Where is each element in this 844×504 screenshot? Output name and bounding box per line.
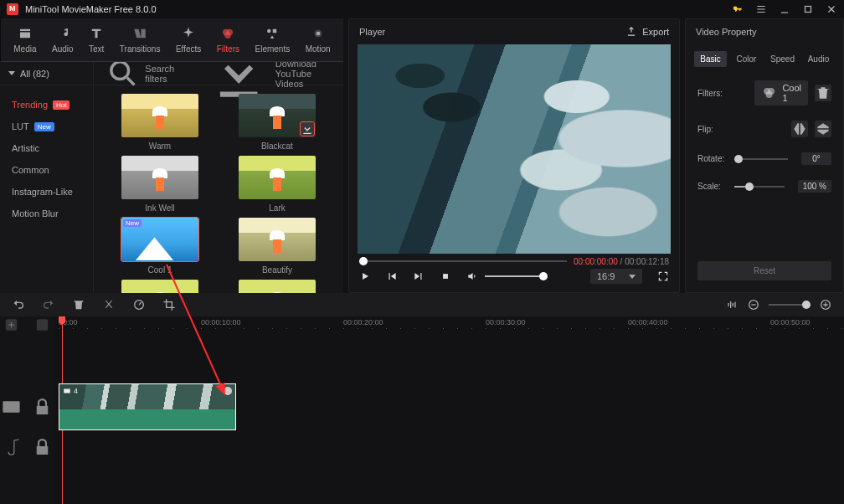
filter-thumb[interactable]: NewCool 1 — [106, 218, 214, 275]
filter-thumb[interactable]: Lark — [223, 156, 332, 213]
filter-name: Lark — [269, 203, 285, 213]
play-button[interactable] — [359, 270, 371, 282]
tab-speed[interactable]: Speed — [766, 51, 799, 67]
svg-point-4 — [267, 29, 271, 33]
export-button[interactable]: Export — [625, 26, 669, 38]
tab-color[interactable]: Color — [730, 51, 763, 67]
maximize-icon[interactable] — [802, 3, 814, 15]
menu-icon[interactable] — [755, 3, 767, 15]
sidebar-item-common[interactable]: Common — [0, 159, 93, 181]
next-frame-button[interactable] — [413, 270, 425, 282]
sidebar-item-instagram[interactable]: Instagram-Like — [0, 181, 93, 203]
redo-button[interactable] — [42, 298, 55, 311]
download-icon[interactable] — [301, 122, 314, 136]
scale-slider[interactable] — [734, 186, 785, 188]
app-title: MiniTool MovieMaker Free 8.0.0 — [25, 4, 157, 14]
svg-rect-9 — [443, 274, 448, 279]
flip-vertical-button[interactable] — [815, 121, 831, 137]
filter-thumb[interactable]: Ink Well — [106, 156, 214, 213]
svg-point-12 — [766, 91, 773, 98]
audio-track-header — [0, 430, 54, 464]
filter-name: Beautify — [262, 265, 292, 275]
property-title: Video Property — [696, 27, 757, 37]
filter-name: Blackcat — [261, 141, 293, 151]
sidebar-header[interactable]: All (82) — [0, 62, 93, 85]
tool-filters[interactable]: Filters — [217, 26, 239, 54]
reset-button[interactable]: Reset — [697, 261, 831, 280]
chevron-down-icon — [629, 275, 636, 279]
tool-transitions[interactable]: Transitions — [120, 26, 161, 54]
scale-label: Scale: — [697, 182, 734, 191]
filter-thumb[interactable] — [223, 280, 332, 293]
svg-point-7 — [316, 32, 320, 36]
flip-label: Flip: — [697, 125, 734, 134]
progress-track[interactable] — [359, 260, 567, 262]
zoom-in-button[interactable] — [819, 298, 832, 311]
rotate-value[interactable]: 0° — [801, 152, 831, 165]
lock-icon[interactable] — [31, 430, 54, 464]
undo-button[interactable] — [12, 298, 25, 311]
rotate-slider[interactable] — [734, 158, 788, 160]
delete-button[interactable] — [72, 298, 85, 311]
prev-frame-button[interactable] — [386, 270, 398, 282]
delete-filter-button[interactable] — [815, 85, 831, 101]
tab-basic[interactable]: Basic — [694, 51, 727, 67]
tool-text[interactable]: Text — [89, 26, 104, 54]
video-clip[interactable]: 4 — [59, 383, 236, 430]
sidebar-item-trending[interactable]: TrendingHot — [0, 94, 93, 116]
svg-rect-0 — [805, 7, 811, 13]
filter-thumb[interactable] — [106, 280, 214, 293]
filter-name: Warm — [149, 141, 171, 151]
hot-badge: Hot — [53, 100, 69, 110]
tool-effects[interactable]: Effects — [176, 26, 201, 54]
video-track-header — [0, 383, 54, 430]
filter-category-sidebar: All (82) TrendingHot LUTNew Artistic Com… — [0, 62, 94, 293]
sidebar-item-motionblur[interactable]: Motion Blur — [0, 203, 93, 224]
flip-horizontal-button[interactable] — [791, 121, 808, 137]
minimize-icon[interactable] — [779, 3, 790, 15]
tool-audio[interactable]: Audio — [52, 26, 74, 54]
clip-filter-indicator — [224, 387, 232, 395]
scale-value[interactable]: 100 % — [798, 180, 831, 193]
volume-icon[interactable] — [466, 270, 478, 282]
stop-button[interactable] — [440, 270, 451, 282]
crop-button[interactable] — [162, 298, 176, 311]
split-button[interactable] — [102, 298, 116, 311]
filter-thumb[interactable]: Blackcat — [223, 94, 332, 151]
titlebar: MiniTool MovieMaker Free 8.0.0 — [0, 0, 844, 18]
svg-rect-15 — [730, 301, 731, 308]
speed-button[interactable] — [132, 298, 146, 311]
tool-elements[interactable]: Elements — [255, 26, 290, 54]
video-property-panel: Video Property Basic Color Speed Audio F… — [685, 18, 844, 293]
svg-point-8 — [111, 62, 129, 79]
toggle-audio-icon[interactable] — [725, 298, 738, 311]
add-track-button[interactable] — [0, 316, 54, 333]
svg-rect-14 — [728, 303, 728, 306]
svg-rect-5 — [273, 29, 277, 33]
close-icon[interactable] — [826, 3, 837, 15]
tool-media[interactable]: Media — [13, 26, 36, 54]
player-panel: Player Export 00:00:00:00 / 00:00:12:18 … — [348, 18, 680, 293]
filter-thumb[interactable]: Warm — [106, 94, 214, 151]
zoom-out-button[interactable] — [747, 298, 760, 311]
player-title: Player — [359, 27, 385, 37]
sidebar-item-lut[interactable]: LUTNew — [0, 116, 93, 137]
fullscreen-button[interactable] — [657, 270, 669, 282]
upgrade-key-icon[interactable] — [732, 3, 744, 15]
app-logo — [7, 3, 18, 15]
lock-icon[interactable] — [31, 383, 54, 430]
new-badge: New — [34, 122, 54, 131]
timeline-tracks[interactable]: 00:0000:00:10:0000:00:20:0000:00:30:0000… — [54, 316, 844, 504]
main-toolbar: Media Audio Text Transitions Effects Fil… — [0, 18, 343, 62]
svg-rect-21 — [37, 319, 48, 330]
zoom-slider[interactable] — [769, 304, 811, 306]
aspect-ratio-select[interactable]: 16:9 — [590, 269, 642, 284]
volume-slider[interactable] — [485, 275, 543, 277]
sidebar-item-artistic[interactable]: Artistic — [0, 137, 93, 159]
tab-audio[interactable]: Audio — [802, 51, 835, 67]
svg-rect-23 — [64, 389, 70, 393]
filter-thumb[interactable]: Beautify — [223, 218, 332, 275]
applied-filter-chip[interactable]: Cool 1 — [754, 80, 808, 105]
video-preview[interactable] — [358, 44, 671, 254]
tool-motion[interactable]: Motion — [306, 26, 331, 54]
